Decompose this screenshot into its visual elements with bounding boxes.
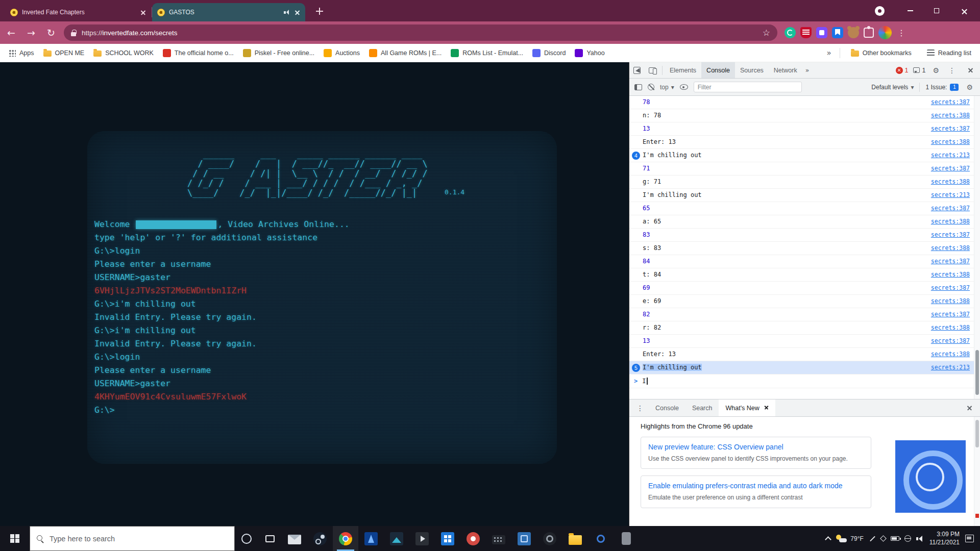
drawer-tab-search[interactable]: Search <box>685 399 719 416</box>
console-entry[interactable]: a: 65secrets:388 <box>629 215 974 229</box>
bookmark-star-icon[interactable]: ☆ <box>763 28 770 38</box>
source-link[interactable]: secrets:387 <box>931 162 970 175</box>
error-count-badge[interactable]: 1 <box>896 67 909 74</box>
drawer-tab-console[interactable]: Console <box>649 399 685 416</box>
scrollbar-thumb[interactable] <box>975 350 979 395</box>
bookmark-item[interactable]: Auctions <box>319 47 364 59</box>
drawer-tab-whats-new[interactable]: What's New <box>719 399 775 416</box>
taskbar-app-app-a[interactable] <box>358 526 384 551</box>
grammarly-extension-icon[interactable] <box>785 27 796 38</box>
console-entry[interactable]: 5I'm chilling outsecrets:213 <box>629 361 974 374</box>
whats-new-card[interactable]: New preview feature: CSS Overview panel … <box>641 437 871 469</box>
window-close-button[interactable] <box>952 0 976 21</box>
cortana-button[interactable] <box>235 526 258 551</box>
console-entry[interactable]: 65secrets:387 <box>629 202 974 215</box>
taskbar-search[interactable] <box>30 526 235 551</box>
source-link[interactable]: secrets:388 <box>931 136 970 148</box>
console-entry[interactable]: 83secrets:387 <box>629 229 974 242</box>
back-button[interactable]: ← <box>3 24 20 41</box>
taskbar-app-movies[interactable] <box>409 526 435 551</box>
network-icon[interactable] <box>904 535 911 542</box>
whats-new-scrollbar[interactable] <box>974 417 980 526</box>
console-entry[interactable]: Enter: 13secrets:388 <box>629 348 974 361</box>
tab-audio-icon[interactable] <box>284 10 290 15</box>
console-entry[interactable]: 84secrets:387 <box>629 255 974 268</box>
taskbar-app-app-red[interactable] <box>460 526 486 551</box>
more-tabs-icon[interactable]: » <box>802 66 813 74</box>
console-entry[interactable]: 71secrets:387 <box>629 162 974 176</box>
bookmark-item[interactable]: Yahoo <box>570 47 609 59</box>
battery-icon[interactable] <box>891 536 899 541</box>
new-tab-button[interactable] <box>313 5 326 17</box>
forward-button[interactable]: → <box>22 24 40 41</box>
console-entry[interactable]: Enter: 13secrets:388 <box>629 136 974 149</box>
console-entry[interactable]: 69secrets:387 <box>629 282 974 295</box>
url-bar[interactable]: https://invertedfate.com/secrets ☆ <box>64 24 777 41</box>
console-settings-icon[interactable]: ⚙ <box>964 83 975 91</box>
source-link[interactable]: secrets:388 <box>931 321 970 334</box>
source-link[interactable]: secrets:388 <box>931 176 970 188</box>
weather-widget[interactable]: 79°F <box>836 535 863 542</box>
source-link[interactable]: secrets:213 <box>931 149 970 162</box>
card-title-link[interactable]: New preview feature: CSS Overview panel <box>648 442 864 452</box>
lock-icon[interactable] <box>71 30 76 36</box>
card-title-link[interactable]: Enable emulating prefers-contrast media … <box>648 481 864 491</box>
console-entry[interactable]: t: 84secrets:388 <box>629 268 974 282</box>
devtools-tab-sources[interactable]: Sources <box>735 62 769 78</box>
action-center-icon[interactable] <box>965 535 974 542</box>
clear-console-icon[interactable] <box>648 84 654 90</box>
source-link[interactable]: secrets:387 <box>931 96 970 109</box>
taskbar-app-camera[interactable] <box>537 526 562 551</box>
whats-new-card[interactable]: Enable emulating prefers-contrast media … <box>641 475 871 508</box>
log-levels-selector[interactable]: Default levels▾ <box>871 84 914 91</box>
window-minimize-button[interactable] <box>898 0 922 21</box>
source-link[interactable]: secrets:387 <box>931 308 970 321</box>
bluetooth-icon[interactable] <box>880 535 887 542</box>
bookmark-item[interactable]: Apps <box>4 47 39 59</box>
media-controls-button[interactable] <box>868 0 891 21</box>
drawer-menu-icon[interactable]: ⋮ <box>631 404 649 412</box>
scrollbar-thumb[interactable] <box>975 420 979 447</box>
console-entry[interactable]: 13secrets:387 <box>629 335 974 348</box>
console-entry[interactable]: g: 71secrets:388 <box>629 176 974 189</box>
taskbar-app-photos[interactable] <box>384 526 409 551</box>
blue-extension-icon[interactable] <box>832 27 843 38</box>
console-input-row[interactable]: > I <box>629 374 974 388</box>
pen-icon[interactable] <box>869 535 876 542</box>
console-entry[interactable]: I'm chilling outsecrets:213 <box>629 189 974 202</box>
source-link[interactable]: secrets:213 <box>931 189 970 202</box>
taskbar-app-device[interactable] <box>614 526 639 551</box>
console-entry[interactable]: e: 69secrets:388 <box>629 295 974 308</box>
bookmark-item[interactable]: SCHOOL WORK <box>89 47 158 59</box>
tab-close-icon[interactable] <box>295 10 300 15</box>
console-entry[interactable]: 78secrets:387 <box>629 96 974 109</box>
source-link[interactable]: secrets:387 <box>931 282 970 294</box>
bookmark-item[interactable]: OPEN ME <box>39 47 89 59</box>
start-button[interactable] <box>0 526 30 551</box>
close-tab-icon[interactable] <box>764 405 769 411</box>
console-entry[interactable]: n: 78secrets:388 <box>629 109 974 122</box>
taskbar-app-steam[interactable] <box>307 526 333 551</box>
devtools-close-icon[interactable] <box>963 67 978 73</box>
source-link[interactable]: secrets:387 <box>931 122 970 135</box>
taskbar-app-chrome[interactable] <box>333 526 358 551</box>
taskbar-app-store[interactable] <box>435 526 460 551</box>
tab-close-icon[interactable] <box>140 10 146 15</box>
source-link[interactable]: secrets:388 <box>931 109 970 122</box>
taskbar-app-keyboard[interactable] <box>486 526 511 551</box>
volume-icon[interactable] <box>916 536 924 542</box>
console-sidebar-icon[interactable] <box>634 84 642 90</box>
drawer-close-icon[interactable] <box>961 405 978 411</box>
devtools-tab-console[interactable]: Console <box>701 62 735 78</box>
bookmarks-overflow-icon[interactable]: » <box>825 48 834 58</box>
taskbar-app-mail[interactable] <box>282 526 307 551</box>
bear-extension-icon[interactable] <box>848 27 859 38</box>
console-scrollbar[interactable] <box>974 96 980 399</box>
tray-expand-icon[interactable] <box>825 536 831 543</box>
issues-counter[interactable]: 1 Issue:1 <box>925 84 959 91</box>
bookmark-item[interactable]: Piskel - Free online... <box>238 47 319 59</box>
adblock-extension-icon[interactable] <box>800 27 812 38</box>
bookmark-item[interactable]: ROMs List - Emulat... <box>446 47 528 59</box>
console-entry[interactable]: 82secrets:387 <box>629 308 974 321</box>
other-bookmarks-button[interactable]: Other bookmarks <box>846 47 916 59</box>
